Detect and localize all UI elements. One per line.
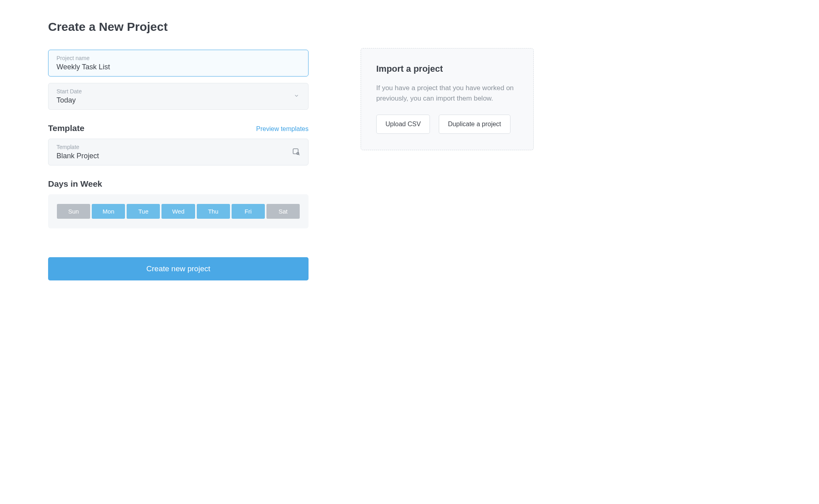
duplicate-project-button[interactable]: Duplicate a project <box>439 115 510 134</box>
chevron-down-icon <box>294 93 299 100</box>
template-section-title: Template <box>48 123 85 133</box>
day-toggle-mon[interactable]: Mon <box>92 204 125 219</box>
day-toggle-fri[interactable]: Fri <box>232 204 265 219</box>
project-name-input[interactable] <box>56 63 300 71</box>
days-in-week-selector: SunMonTueWedThuFriSat <box>48 194 309 228</box>
template-field-value: Blank Project <box>56 152 300 160</box>
day-toggle-tue[interactable]: Tue <box>127 204 160 219</box>
day-toggle-sat[interactable]: Sat <box>266 204 300 219</box>
import-panel-description: If you have a project that you have work… <box>376 83 518 103</box>
page-title: Create a New Project <box>48 20 309 34</box>
days-section-title: Days in Week <box>48 179 102 189</box>
template-field[interactable]: Template Blank Project <box>48 139 309 165</box>
project-name-label: Project name <box>56 55 300 61</box>
template-field-label: Template <box>56 144 300 150</box>
svg-line-2 <box>299 154 299 155</box>
create-project-form: Create a New Project Project name Start … <box>48 20 309 280</box>
start-date-value: Today <box>56 96 300 105</box>
start-date-field[interactable]: Start Date Today <box>48 83 309 110</box>
start-date-label: Start Date <box>56 88 300 95</box>
import-project-panel: Import a project If you have a project t… <box>361 48 534 150</box>
day-toggle-sun[interactable]: Sun <box>57 204 90 219</box>
import-panel-title: Import a project <box>376 64 518 74</box>
day-toggle-wed[interactable]: Wed <box>161 204 195 219</box>
project-name-field[interactable]: Project name <box>48 50 309 77</box>
day-toggle-thu[interactable]: Thu <box>197 204 230 219</box>
upload-csv-button[interactable]: Upload CSV <box>376 115 430 134</box>
svg-rect-0 <box>293 149 299 154</box>
search-template-icon <box>292 147 300 157</box>
create-project-button[interactable]: Create new project <box>48 257 309 280</box>
preview-templates-link[interactable]: Preview templates <box>256 125 309 133</box>
